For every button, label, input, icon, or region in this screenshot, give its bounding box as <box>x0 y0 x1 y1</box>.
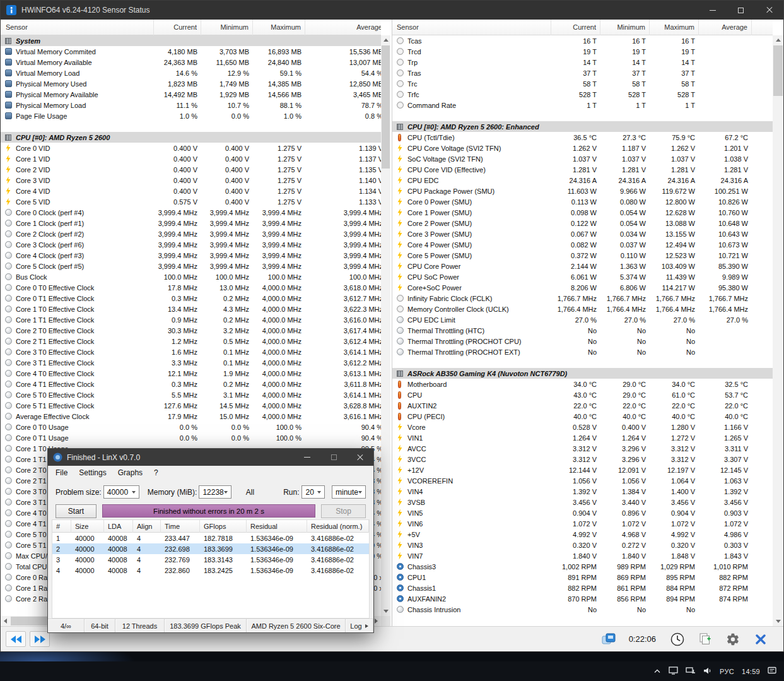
results-column-header[interactable]: Align <box>133 520 161 533</box>
sensor-row[interactable]: VIN41.392 V1.384 V1.400 V1.392 V <box>392 486 773 497</box>
sensor-row[interactable]: CPU (PECI)40.0 °C40.0 °C40.0 °C40.0 °C <box>392 411 773 422</box>
menu-settings[interactable]: Settings <box>73 466 112 480</box>
sensor-row[interactable]: CPU1891 RPM869 RPM895 RPM882 RPM <box>392 572 773 583</box>
sensor-row[interactable]: +5V4.992 V4.968 V4.992 V4.986 V <box>392 529 773 540</box>
sensor-row[interactable]: Core 2 VID0.400 V0.400 V1.275 V1.135 V <box>1 164 381 175</box>
sensor-row[interactable]: Core 0 T0 Effective Clock17.8 MHz13.0 MH… <box>1 282 381 293</box>
sensor-row[interactable]: Core 0 T1 Effective Clock0.3 MHz0.2 MHz4… <box>1 293 381 304</box>
scrollbar-thumb[interactable] <box>382 45 390 169</box>
sensor-row[interactable]: Core 1 Clock (perf #1)3,999.4 MHz3,999.4… <box>1 218 381 228</box>
tray-expand-chevron-icon[interactable] <box>653 668 661 675</box>
sensor-row[interactable]: Core 0 Power (SMU)0.113 W0.080 W12.800 W… <box>392 196 773 207</box>
sensor-row[interactable]: Core 2 Clock (perf #2)3,999.4 MHz3,999.4… <box>1 228 381 239</box>
tray-network-icon[interactable] <box>686 666 695 676</box>
sensor-row[interactable]: Core 0 T1 Usage0.0 %0.0 %100.0 %90.4 % <box>1 432 381 443</box>
sensor-row[interactable]: Trfc528 T528 T528 T <box>392 89 773 100</box>
sensor-row[interactable]: VIN61.072 V1.072 V1.072 V1.072 V <box>392 518 773 529</box>
memory-select[interactable]: 12238 <box>199 485 231 499</box>
results-column-header[interactable]: Size <box>71 520 104 533</box>
sensor-row[interactable]: Motherboard34.0 °C29.0 °C34.0 °C32.5 °C <box>392 379 773 389</box>
sensor-row[interactable]: Core 1 T0 Effective Clock13.4 MHz4.3 MHz… <box>1 304 381 314</box>
sensor-row[interactable]: Virtual Memory Load14.6 %12.9 %59.1 %54.… <box>1 68 381 78</box>
run-unit-select[interactable]: minute <box>332 485 366 499</box>
sensor-row[interactable]: Core 4 VID0.400 V0.400 V1.275 V1.134 V <box>1 186 381 196</box>
sensor-section-row[interactable]: ASRock AB350 Gaming K4 (Nuvoton NCT6779D… <box>392 368 773 379</box>
sensor-row[interactable]: VIN50.904 V0.896 V0.904 V0.903 V <box>392 507 773 518</box>
minimize-button[interactable] <box>294 449 320 466</box>
results-column-header[interactable]: LDA <box>104 520 133 533</box>
sensor-row[interactable]: Core 4 T0 Effective Clock12.1 MHz1.9 MHz… <box>1 368 381 379</box>
column-average[interactable]: Average <box>699 20 752 35</box>
sensor-row[interactable]: Core 3 VID0.400 V0.400 V1.275 V1.140 V <box>1 175 381 186</box>
sensor-row[interactable]: Core 2 T0 Effective Clock30.3 MHz3.2 MHz… <box>1 325 381 336</box>
all-label[interactable]: All <box>246 488 254 497</box>
sensor-row[interactable]: Core 0 T0 Usage0.0 %0.0 %100.0 %90.4 % <box>1 422 381 432</box>
sensor-row[interactable]: Thermal Throttling (HTC)NoNoNo <box>392 325 773 336</box>
tray-volume-icon[interactable] <box>703 666 712 676</box>
close-button[interactable] <box>755 1 783 20</box>
column-average[interactable]: Average <box>305 20 381 35</box>
sensor-row[interactable]: Core 5 Power (SMU)0.372 W0.110 W12.523 W… <box>392 250 773 261</box>
column-minimum[interactable]: Minimum <box>600 20 650 35</box>
sensor-row[interactable]: Virtual Memory Available24,363 MB11,650 … <box>1 57 381 68</box>
nav-forward-button[interactable] <box>30 631 50 647</box>
sensor-row[interactable]: Memory Controller Clock (UCLK)1,766.4 MH… <box>392 304 773 314</box>
sensor-row[interactable]: Core 3 T0 Effective Clock1.6 MHz0.1 MHz4… <box>1 346 381 357</box>
sensor-row[interactable]: Command Rate1 T1 T1 T <box>392 100 773 110</box>
sensor-section-row[interactable]: CPU [#0]: AMD Ryzen 5 2600: Enhanced <box>392 121 773 132</box>
sensor-row[interactable]: Average Effective Clock17.9 MHz15.0 MHz4… <box>1 411 381 422</box>
run-count-select[interactable]: 20 <box>301 485 324 499</box>
menu-help[interactable]: ? <box>148 466 164 480</box>
sensor-row[interactable]: Core 1 VID0.400 V0.400 V1.275 V1.137 V <box>1 153 381 164</box>
sensor-row[interactable]: Chassis31,002 RPM989 RPM1,029 RPM1,010 R… <box>392 561 773 572</box>
sensor-row[interactable]: Thermal Throttling (PROCHOT CPU)NoNoNo <box>392 336 773 346</box>
sensor-row[interactable]: Core 4 Power (SMU)0.082 W0.037 W12.494 W… <box>392 239 773 250</box>
scroll-down-icon[interactable] <box>773 617 783 626</box>
column-current[interactable]: Current <box>551 20 600 35</box>
copy-report-button[interactable] <box>693 629 718 649</box>
sensor-row[interactable]: Core 4 Clock (perf #3)3,999.4 MHz3,999.4… <box>1 250 381 261</box>
tray-monitor-icon[interactable] <box>669 666 678 676</box>
sensor-row[interactable]: Trcd19 T19 T19 T <box>392 46 773 57</box>
minimize-button[interactable] <box>698 1 727 20</box>
results-column-header[interactable]: Residual (norm.) <box>307 520 369 533</box>
left-vertical-scrollbar[interactable] <box>381 35 390 616</box>
sensor-row[interactable]: 3VCC3.312 V3.296 V3.312 V3.307 V <box>392 454 773 465</box>
sensor-row[interactable]: AUXFANIN2870 RPM856 RPM894 RPM874 RPM <box>392 593 773 604</box>
sensor-row[interactable]: CPU (Tctl/Tdie)36.5 °C27.3 °C75.9 °C67.2… <box>392 132 773 143</box>
scroll-down-icon[interactable] <box>381 607 390 616</box>
column-current[interactable]: Current <box>154 20 201 35</box>
sensor-row[interactable]: Core 5 VID0.575 V0.400 V1.275 V1.133 V <box>1 196 381 207</box>
sensor-row[interactable]: Core 5 Clock (perf #5)3,999.4 MHz3,999.4… <box>1 261 381 271</box>
sensor-row[interactable]: Core 1 T1 Effective Clock0.9 MHz0.2 MHz4… <box>1 314 381 325</box>
sensor-row[interactable]: Core 0 Clock (perf #4)3,999.4 MHz3,999.4… <box>1 207 381 218</box>
scrollbar-thumb[interactable] <box>773 45 783 96</box>
language-indicator[interactable]: РУС <box>720 668 734 675</box>
sensor-row[interactable]: Virtual Memory Commited4,180 MB3,703 MB1… <box>1 46 381 57</box>
column-minimum[interactable]: Minimum <box>201 20 253 35</box>
sensor-row[interactable]: Core 5 T0 Effective Clock5.5 MHz3.1 MHz4… <box>1 389 381 400</box>
results-column-header[interactable]: Time <box>161 520 200 533</box>
sensor-row[interactable]: VCOREREFIN1.056 V1.056 V1.064 V1.063 V <box>392 475 773 486</box>
sensor-row[interactable]: VIN30.320 V0.272 V0.320 V0.303 V <box>392 540 773 550</box>
right-vertical-scrollbar[interactable] <box>773 35 783 626</box>
taskbar-clock[interactable]: 14:59 <box>742 668 760 675</box>
results-column-header[interactable]: GFlops <box>200 520 247 533</box>
maximize-button[interactable] <box>320 449 347 466</box>
linx-result-row[interactable]: 140000400084233.447182.78181.536346e-093… <box>52 533 369 543</box>
sensor-row[interactable]: 3VSB3.456 V3.440 V3.456 V3.456 V <box>392 497 773 507</box>
linx-result-row[interactable]: 340000400084232.769183.31431.536346e-093… <box>52 554 369 565</box>
column-maximum[interactable]: Maximum <box>650 20 699 35</box>
start-button[interactable]: Start <box>56 504 97 518</box>
sensor-row[interactable]: Chassis IntrusionNoNoNo <box>392 604 773 615</box>
sensor-row[interactable]: Core 3 T1 Effective Clock3.3 MHz0.1 MHz4… <box>1 357 381 368</box>
results-column-header[interactable]: # <box>52 520 71 533</box>
linx-result-row[interactable]: 240000400084232.698183.36991.536346e-093… <box>52 543 369 554</box>
sensor-row[interactable]: Physical Memory Load11.1 %10.7 %88.1 %78… <box>1 100 381 110</box>
sensor-row[interactable]: Core 2 T1 Effective Clock1.2 MHz0.5 MHz4… <box>1 336 381 346</box>
sensor-row[interactable]: Chassis1882 RPM861 RPM884 RPM872 RPM <box>392 583 773 593</box>
scroll-left-icon[interactable] <box>1 616 10 626</box>
close-button[interactable] <box>347 449 373 466</box>
sensor-row[interactable]: AUXTIN222.0 °C22.0 °C22.0 °C22.0 °C <box>392 400 773 411</box>
results-column-header[interactable]: Residual <box>247 520 307 533</box>
